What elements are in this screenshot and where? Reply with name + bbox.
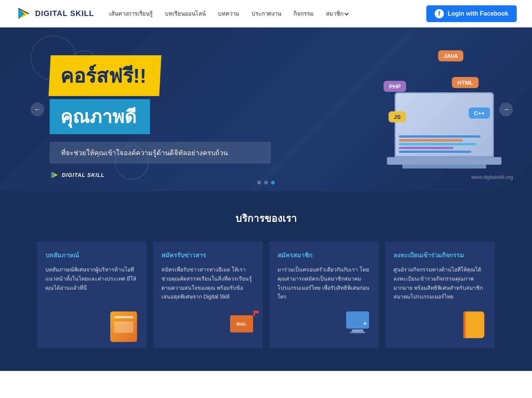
service-card-events-text: ศูนย์รวมกิจกรรมทางด้านไอทีให้คุณได้ลงทะเ… (393, 265, 487, 302)
nav-articles[interactable]: บทความ (218, 9, 239, 18)
service-card-newsletter-text: สมัครเพื่อรับข่าวสารทางอีเมล ให้เราช่วยค… (161, 265, 255, 302)
hero-logo-icon (50, 170, 60, 180)
service-icon-book (458, 311, 489, 342)
hero-title-line2: คุณภาพดี (60, 107, 136, 127)
nav-jobs[interactable]: ประกาศงาน (251, 9, 281, 18)
book-cover (463, 311, 484, 338)
mailbox-icon (226, 315, 257, 346)
services-grid: บทสัมภาษณ์ บทสัมภาษณ์พิเศษจากผู้บริหารด้… (37, 241, 495, 348)
nav-members[interactable]: สมาชิก (326, 9, 348, 18)
nav-events[interactable]: กิจกรรม (293, 9, 314, 18)
service-card-membership-text: มาร่วมเป็นครอบครัวเดียวกันกับเรา โดยคุณส… (277, 265, 371, 302)
services-title: บริการของเรา (15, 210, 517, 226)
hero-prev-arrow[interactable]: ← (31, 103, 44, 116)
service-card-membership: สมัครสมาชิก มาร่วมเป็นครอบครัวเดียวกันกั… (269, 241, 379, 348)
hero-title-line1: คอร์สฟรี!! (60, 60, 147, 91)
monitor-icon (346, 311, 369, 329)
members-chevron-icon (345, 11, 349, 15)
hero-logo-bottom: DIGITAL SKILL (50, 170, 105, 180)
newspaper-icon (110, 311, 137, 342)
facebook-login-button[interactable]: f Login with Facebook (426, 5, 517, 22)
hero-title-yellow-box: คอร์สฟรี!! (48, 55, 161, 96)
hero-next-arrow[interactable]: → (499, 103, 513, 116)
logo-icon (15, 5, 32, 22)
service-card-membership-title: สมัครสมาชิก (277, 250, 371, 260)
logo[interactable]: DIGITAL SKILL (15, 5, 94, 22)
mailbox-flag-icon (253, 311, 255, 316)
person-plus-icon (342, 311, 373, 342)
logo-text: DIGITAL SKILL (35, 9, 94, 18)
facebook-icon: f (435, 9, 444, 18)
service-icon-newspaper (110, 311, 141, 342)
service-icon-person (342, 311, 373, 342)
hero-title-blue-box: คุณภาพดี (50, 99, 150, 134)
hero-subtitle-box: ที่จะช่วยให้คุณเข้าใจองค์ความรู้ด้านดิจิ… (50, 142, 271, 164)
book-icon (458, 311, 489, 342)
monitor-base (350, 332, 365, 333)
nav-learning-path[interactable]: เส้นทางการเรียนรู้ (109, 9, 153, 18)
hero-text-content: คอร์สฟรี!! คุณภาพดี ที่จะช่วยให้คุณเข้าใ… (0, 55, 532, 164)
service-card-interview: บทสัมภาษณ์ บทสัมภาษณ์พิเศษจากผู้บริหารด้… (37, 241, 147, 348)
mailbox-body (230, 315, 253, 332)
hero-banner: ← คอร์สฟรี!! คุณภาพดี ที่จะช่วยให้คุณเข้… (0, 27, 532, 191)
hero-slide-dots (257, 181, 275, 185)
service-card-events: ลงทะเบียนเข้าร่วมกิจกรรม ศูนย์รวมกิจกรรม… (385, 241, 495, 348)
laptop-foot (402, 165, 486, 169)
nav-online-lessons[interactable]: บทเรียนออนไลน์ (165, 9, 206, 18)
service-card-newsletter-title: สมัครรับข่าวสาร (161, 250, 255, 260)
hero-dot-2[interactable] (264, 181, 268, 185)
hero-url: www.digitalskill.org (471, 174, 513, 180)
fb-button-label: Login with Facebook (448, 10, 508, 17)
hero-dot-3[interactable] (271, 181, 275, 185)
services-section: บริการของเรา บทสัมภาษณ์ บทสัมภาษณ์พิเศษจ… (0, 191, 532, 371)
header: DIGITAL SKILL เส้นทางการเรียนรู้ บทเรียน… (0, 0, 532, 27)
service-icon-mailbox (226, 311, 257, 342)
service-card-events-title: ลงทะเบียนเข้าร่วมกิจกรรม (393, 250, 487, 260)
service-card-interview-title: บทสัมภาษณ์ (45, 250, 139, 260)
main-nav: เส้นทางการเรียนรู้ บทเรียนออนไลน์ บทความ… (109, 9, 426, 18)
hero-logo-text: DIGITAL SKILL (62, 172, 105, 178)
hero-dot-1[interactable] (257, 181, 261, 185)
service-card-interview-text: บทสัมภาษณ์พิเศษจากผู้บริหารด้านไอทีแนวหน… (45, 265, 139, 292)
service-card-newsletter: สมัครรับข่าวสาร สมัครเพื่อรับข่าวสารทางอ… (153, 241, 263, 348)
hero-subtitle: ที่จะช่วยให้คุณเข้าใจองค์ความรู้ด้านดิจิ… (61, 149, 228, 157)
